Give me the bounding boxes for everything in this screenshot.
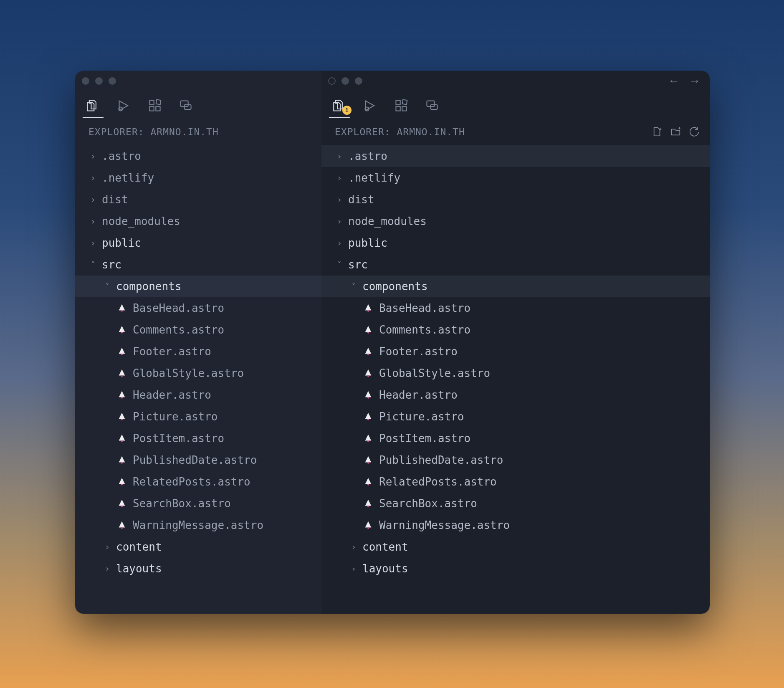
activity-explorer[interactable] (85, 99, 101, 112)
chevron-right-icon[interactable]: › (89, 173, 98, 183)
titlebar-left[interactable] (75, 71, 321, 91)
folder-row[interactable]: ›content (321, 536, 710, 558)
file-row[interactable]: WarningMessage.astro (321, 514, 710, 536)
file-row[interactable]: SearchBox.astro (321, 493, 710, 514)
file-row[interactable]: RelatedPosts.astro (75, 471, 321, 493)
chevron-right-icon[interactable]: › (89, 216, 98, 226)
activity-chat[interactable] (424, 99, 440, 112)
chevron-right-icon[interactable]: › (335, 216, 344, 226)
astro-file-icon (117, 303, 127, 313)
folder-row[interactable]: ›public (75, 232, 321, 254)
folder-label: node_modules (102, 215, 180, 228)
folder-row[interactable]: ›layouts (75, 558, 321, 579)
folder-label: node_modules (348, 215, 427, 228)
file-row[interactable]: RelatedPosts.astro (321, 471, 710, 493)
folder-row[interactable]: ›dist (75, 189, 321, 210)
file-row[interactable]: PublishedDate.astro (321, 449, 710, 471)
file-row[interactable]: BaseHead.astro (321, 297, 710, 319)
file-label: PublishedDate.astro (133, 454, 257, 466)
astro-file-icon (117, 347, 127, 357)
chevron-right-icon[interactable]: › (89, 195, 98, 205)
activity-chat[interactable] (178, 99, 194, 112)
folder-row[interactable]: ›.netlify (321, 167, 710, 189)
folder-row[interactable]: ›.astro (321, 145, 710, 167)
activity-run-debug[interactable] (116, 99, 132, 112)
file-label: Header.astro (379, 389, 458, 401)
chevron-right-icon[interactable]: › (335, 151, 344, 161)
file-row[interactable]: Header.astro (321, 384, 710, 406)
astro-file-icon (117, 455, 127, 465)
minimize-icon[interactable] (341, 77, 349, 85)
file-row[interactable]: WarningMessage.astro (75, 514, 321, 536)
traffic-lights[interactable] (328, 77, 362, 85)
nav-back-icon[interactable]: ← (668, 75, 680, 87)
file-row[interactable]: Footer.astro (321, 341, 710, 362)
astro-file-icon (117, 477, 127, 487)
astro-file-icon (363, 347, 373, 357)
file-row[interactable]: GlobalStyle.astro (75, 362, 321, 384)
activity-run-debug[interactable] (362, 99, 378, 112)
new-file-icon (652, 126, 663, 137)
titlebar-right[interactable]: ← → (321, 71, 710, 91)
nav-forward-icon[interactable]: → (689, 75, 701, 87)
file-label: WarningMessage.astro (133, 519, 263, 531)
file-row[interactable]: PublishedDate.astro (75, 449, 321, 471)
activity-extensions[interactable] (393, 99, 409, 112)
folder-row[interactable]: ˅components (75, 276, 321, 297)
folder-row[interactable]: ˅src (321, 254, 710, 276)
file-row[interactable]: PostItem.astro (321, 427, 710, 449)
chevron-down-icon[interactable]: ˅ (349, 281, 358, 291)
chevron-right-icon[interactable]: › (89, 238, 98, 248)
chevron-right-icon[interactable]: › (335, 195, 344, 205)
file-row[interactable]: GlobalStyle.astro (321, 362, 710, 384)
folder-row[interactable]: ›dist (321, 189, 710, 210)
folder-row[interactable]: ›public (321, 232, 710, 254)
explorer-header-right[interactable]: EXPLORER: ARMNO.IN.TH (321, 120, 710, 144)
zoom-icon[interactable] (355, 77, 362, 85)
chevron-right-icon[interactable]: › (335, 173, 344, 183)
folder-row[interactable]: ›layouts (321, 558, 710, 579)
new-file-button[interactable] (652, 126, 663, 137)
explorer-header-left[interactable]: EXPLORER: ARMNO.IN.TH (75, 120, 321, 144)
chevron-right-icon[interactable]: › (103, 542, 112, 552)
minimize-icon[interactable] (95, 77, 103, 85)
new-folder-button[interactable] (670, 126, 681, 137)
file-row[interactable]: PostItem.astro (75, 427, 321, 449)
folder-row[interactable]: ›node_modules (75, 210, 321, 232)
file-row[interactable]: Comments.astro (321, 319, 710, 341)
extensions-icon (148, 99, 162, 112)
file-row[interactable]: Picture.astro (321, 406, 710, 427)
chevron-down-icon[interactable]: ˅ (89, 260, 98, 270)
folder-row[interactable]: ›.netlify (75, 167, 321, 189)
file-row[interactable]: SearchBox.astro (75, 493, 321, 514)
chevron-down-icon[interactable]: ˅ (335, 260, 344, 270)
chevron-right-icon[interactable]: › (89, 151, 98, 161)
chevron-down-icon[interactable]: ˅ (103, 281, 112, 291)
folder-row[interactable]: ›content (75, 536, 321, 558)
file-row[interactable]: BaseHead.astro (75, 297, 321, 319)
chevron-right-icon[interactable]: › (349, 542, 358, 552)
new-folder-icon (670, 126, 681, 137)
file-row[interactable]: Comments.astro (75, 319, 321, 341)
activity-extensions[interactable] (147, 99, 163, 112)
chevron-right-icon[interactable]: › (103, 564, 112, 574)
file-tree-left[interactable]: ›.astro›.netlify›dist›node_modules›publi… (75, 144, 321, 614)
chevron-right-icon[interactable]: › (335, 238, 344, 248)
astro-file-icon (363, 498, 373, 508)
folder-row[interactable]: ˅src (75, 254, 321, 276)
file-row[interactable]: Header.astro (75, 384, 321, 406)
traffic-lights[interactable] (82, 77, 116, 85)
activity-explorer[interactable]: 1 (331, 99, 347, 112)
chevron-right-icon[interactable]: › (349, 564, 358, 574)
zoom-icon[interactable] (109, 77, 116, 85)
astro-file-icon (363, 325, 373, 335)
folder-row[interactable]: ˅components (321, 276, 710, 297)
close-icon[interactable] (82, 77, 89, 85)
file-row[interactable]: Footer.astro (75, 341, 321, 362)
refresh-button[interactable] (689, 126, 700, 137)
file-row[interactable]: Picture.astro (75, 406, 321, 427)
folder-row[interactable]: ›.astro (75, 145, 321, 167)
file-tree-right[interactable]: ›.astro›.netlify›dist›node_modules›publi… (321, 144, 710, 614)
close-icon[interactable] (328, 77, 336, 85)
folder-row[interactable]: ›node_modules (321, 210, 710, 232)
